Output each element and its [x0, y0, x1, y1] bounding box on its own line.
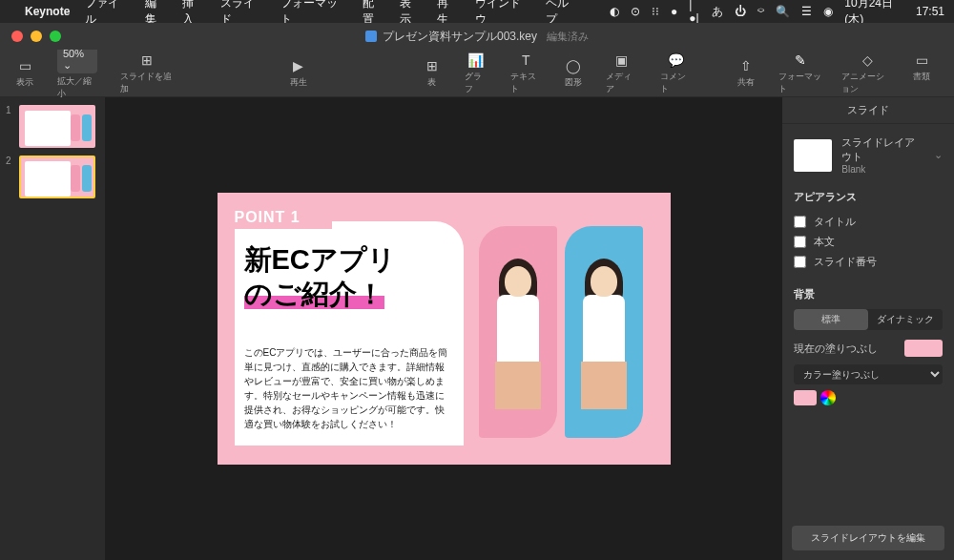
text-icon: T [516, 52, 535, 69]
app-name[interactable]: Keynote [25, 5, 70, 18]
search-icon[interactable]: 🔍 [776, 5, 790, 18]
document-icon: ▭ [912, 52, 931, 69]
slide-thumbnail [19, 105, 95, 148]
view-icon: ▭ [15, 57, 34, 74]
document-icon [365, 31, 377, 42]
toolbar-document[interactable]: ▭ 書類 [912, 52, 931, 95]
slide-canvas[interactable]: ↖ POINT 1 新ECアプリ のご紹介！ このECアプリでは、ユーザーに合っ… [105, 97, 782, 560]
status-icon[interactable]: ⁝⁝ [652, 5, 659, 18]
wifi-icon[interactable]: ⌔ [757, 5, 764, 18]
macos-menubar: Keynote ファイル 編集 挿入 スライド フォーマット 配置 表示 再生 … [0, 0, 954, 23]
layout-preview [794, 139, 832, 172]
window-titlebar: プレゼン資料サンプル003.key 編集済み [0, 23, 954, 50]
toolbar-text[interactable]: T テキスト [510, 52, 541, 95]
slide-layout-selector[interactable]: スライドレイアウト Blank ⌄ [794, 135, 943, 175]
status-icon[interactable]: ⏻ [735, 5, 746, 18]
document-title[interactable]: プレゼン資料サンプル003.key 編集済み [365, 29, 589, 45]
check-slideno[interactable]: スライド番号 [794, 252, 943, 272]
point-badge: POINT 1 [235, 206, 332, 229]
slide[interactable]: POINT 1 新ECアプリ のご紹介！ このECアプリでは、ユーザーに合った商… [218, 193, 671, 465]
traffic-lights [11, 31, 61, 42]
status-icon[interactable]: |●| [689, 0, 700, 25]
slide-navigator: 1 2 [0, 97, 105, 560]
toolbar-media[interactable]: ▣ メディア [606, 52, 636, 95]
status-icon[interactable]: ● [671, 5, 677, 18]
toolbar: ▭ 表示 50% ⌄ 拡大／縮小 ⊞ スライドを追加 ▶ 再生 ⊞ 表 📊 グラ… [0, 50, 954, 97]
document-edited: 編集済み [547, 30, 589, 44]
status-icon[interactable]: ⊙ [631, 5, 640, 18]
comment-icon: 💬 [666, 52, 685, 69]
status-icon[interactable]: あ [712, 4, 723, 20]
seg-dynamic[interactable]: ダイナミック [868, 309, 943, 330]
play-icon: ▶ [289, 57, 308, 74]
share-icon: ⇧ [736, 57, 756, 74]
toolbar-zoom[interactable]: 50% ⌄ 拡大／縮小 [57, 46, 97, 100]
shape-icon: ◯ [564, 57, 583, 74]
slide-body-text[interactable]: このECアプリでは、ユーザーに合った商品を簡単に見つけ、直感的に購入できます。詳… [244, 345, 452, 431]
edit-layout-button[interactable]: スライドレイアウトを編集 [792, 526, 944, 550]
chevron-down-icon: ⌄ [934, 149, 943, 161]
seg-standard[interactable]: 標準 [794, 309, 868, 330]
menubar-time[interactable]: 17:51 [916, 5, 944, 18]
slide-title[interactable]: 新ECアプリ のご紹介！ [244, 242, 396, 312]
document-filename: プレゼン資料サンプル003.key [383, 29, 537, 45]
brush-icon: ✎ [791, 52, 810, 69]
chart-icon: 📊 [467, 52, 486, 69]
navigator-slide-1[interactable]: 1 [6, 105, 99, 148]
slide-image-2[interactable] [565, 226, 643, 438]
zoom-select[interactable]: 50% ⌄ [57, 46, 97, 73]
slide-thumbnail [19, 156, 95, 198]
media-icon: ▣ [612, 52, 632, 69]
status-icon[interactable]: ◐ [610, 5, 619, 18]
toolbar-chart[interactable]: 📊 グラフ [465, 52, 487, 95]
close-icon[interactable] [11, 31, 23, 42]
appearance-heading: アピアランス [794, 190, 943, 204]
background-heading: 背景 [794, 287, 943, 301]
toolbar-shape[interactable]: ◯ 図形 [564, 57, 583, 89]
toolbar-format[interactable]: ✎ フォーマット [778, 52, 822, 95]
toolbar-add-slide[interactable]: ⊞ スライドを追加 [120, 52, 175, 95]
check-body[interactable]: 本文 [794, 232, 943, 252]
toolbar-inspector-tabs: ✎ フォーマット ◇ アニメーション ▭ 書類 [778, 52, 931, 95]
inspector-panel: スライド スライドレイアウト Blank ⌄ アピアランス タイトル 本文 スラ… [782, 97, 954, 560]
toolbar-animate[interactable]: ◇ アニメーション [841, 52, 893, 95]
main-area: 1 2 ↖ POINT 1 新ECアプリ のご紹介！ このECアプリでは、ユーザ… [0, 97, 954, 560]
check-title[interactable]: タイトル [794, 212, 943, 232]
fill-type-select[interactable]: カラー塗りつぶし [794, 364, 943, 384]
navigator-slide-2[interactable]: 2 [6, 156, 99, 198]
fill-swatch[interactable] [904, 340, 943, 357]
toolbar-play[interactable]: ▶ 再生 [289, 57, 308, 89]
slide-image-1[interactable] [479, 226, 557, 438]
color-swatch[interactable] [794, 390, 817, 405]
current-fill-row: 現在の塗りつぶし [794, 340, 943, 357]
toolbar-view[interactable]: ▭ 表示 [15, 57, 34, 89]
inspector-subtab-slide[interactable]: スライド [782, 97, 954, 124]
table-icon: ⊞ [423, 57, 442, 74]
plus-icon: ⊞ [137, 52, 156, 69]
toolbar-comment[interactable]: 💬 コメント [660, 52, 691, 95]
color-wheel-icon[interactable] [820, 390, 836, 405]
background-mode-segment: 標準 ダイナミック [794, 309, 943, 330]
control-center-icon[interactable]: ☰ [801, 5, 812, 18]
toolbar-share[interactable]: ⇧ 共有 [736, 57, 756, 89]
toolbar-table[interactable]: ⊞ 表 [423, 57, 442, 89]
minimize-icon[interactable] [31, 31, 42, 42]
siri-icon[interactable]: ◉ [823, 5, 833, 18]
fullscreen-icon[interactable] [50, 31, 61, 42]
diamond-icon: ◇ [858, 52, 877, 69]
